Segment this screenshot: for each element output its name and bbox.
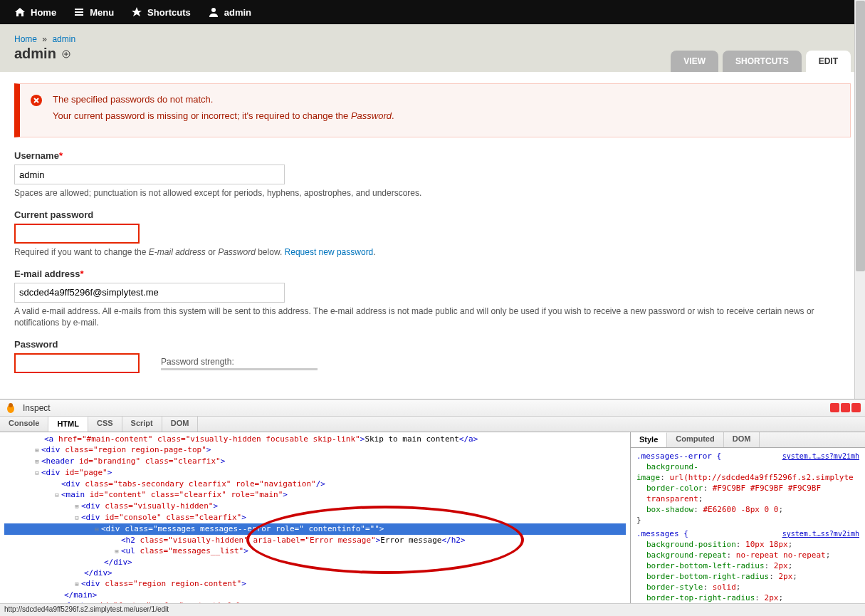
toolbar-menu[interactable]: Menu bbox=[65, 0, 122, 24]
breadcrumb-sep: » bbox=[42, 34, 47, 44]
password-input[interactable] bbox=[14, 353, 140, 373]
breadcrumb-home[interactable]: Home bbox=[14, 34, 37, 44]
svg-point-0 bbox=[211, 8, 216, 12]
toolbar-shortcuts-label: Shortcuts bbox=[147, 7, 191, 18]
admin-toolbar: Home Menu Shortcuts admin bbox=[0, 0, 865, 24]
toolbar-home[interactable]: Home bbox=[6, 0, 65, 24]
email-label: E-mail address* bbox=[14, 268, 851, 279]
email-row: E-mail address* A valid e-mail address. … bbox=[14, 268, 851, 330]
email-desc: A valid e-mail address. All e-mails from… bbox=[14, 306, 851, 330]
home-icon bbox=[14, 6, 26, 18]
tab-shortcuts[interactable]: SHORTCUTS bbox=[723, 51, 802, 72]
current-password-input[interactable] bbox=[14, 224, 140, 244]
error-line-2: Your current password is missing or inco… bbox=[53, 110, 840, 121]
user-icon bbox=[208, 6, 219, 18]
current-password-row: Current password Required if you want to… bbox=[14, 209, 851, 259]
error-icon bbox=[30, 94, 43, 109]
password-strength-bar bbox=[161, 368, 318, 370]
page-scrollbar[interactable] bbox=[854, 0, 865, 375]
main-content: The specified passwords do not match. Yo… bbox=[0, 72, 865, 375]
breadcrumb: Home » admin bbox=[14, 34, 851, 44]
toolbar-user-label: admin bbox=[224, 7, 251, 18]
username-row: Username* Spaces are allowed; punctuatio… bbox=[14, 150, 851, 199]
email-input[interactable] bbox=[14, 283, 285, 303]
tab-view[interactable]: VIEW bbox=[671, 51, 718, 72]
tab-edit[interactable]: EDIT bbox=[806, 51, 851, 72]
error-messages: The specified passwords do not match. Yo… bbox=[14, 83, 851, 137]
toolbar-user[interactable]: admin bbox=[199, 0, 260, 24]
username-label: Username* bbox=[14, 150, 851, 161]
page-header: Home » admin admin VIEW SHORTCUTS EDIT bbox=[0, 24, 865, 72]
menu-icon bbox=[73, 6, 85, 18]
toolbar-menu-label: Menu bbox=[90, 7, 114, 18]
star-icon bbox=[131, 6, 142, 18]
toolbar-home-label: Home bbox=[31, 7, 56, 18]
current-password-label: Current password bbox=[14, 209, 851, 220]
username-input[interactable] bbox=[14, 165, 285, 184]
primary-tabs: VIEW SHORTCUTS EDIT bbox=[671, 51, 851, 72]
password-label: Password bbox=[14, 339, 851, 350]
breadcrumb-current[interactable]: admin bbox=[52, 34, 75, 44]
request-password-link[interactable]: Request new password bbox=[285, 247, 374, 257]
password-strength: Password strength: bbox=[161, 357, 318, 370]
password-row: Password Password strength: bbox=[14, 339, 851, 373]
current-password-desc: Required if you want to change the E-mai… bbox=[14, 246, 851, 259]
error-line-1: The specified passwords do not match. bbox=[53, 94, 840, 105]
title-action-icon[interactable] bbox=[62, 46, 70, 62]
username-desc: Spaces are allowed; punctuation is not a… bbox=[14, 187, 851, 199]
toolbar-shortcuts[interactable]: Shortcuts bbox=[122, 0, 199, 24]
